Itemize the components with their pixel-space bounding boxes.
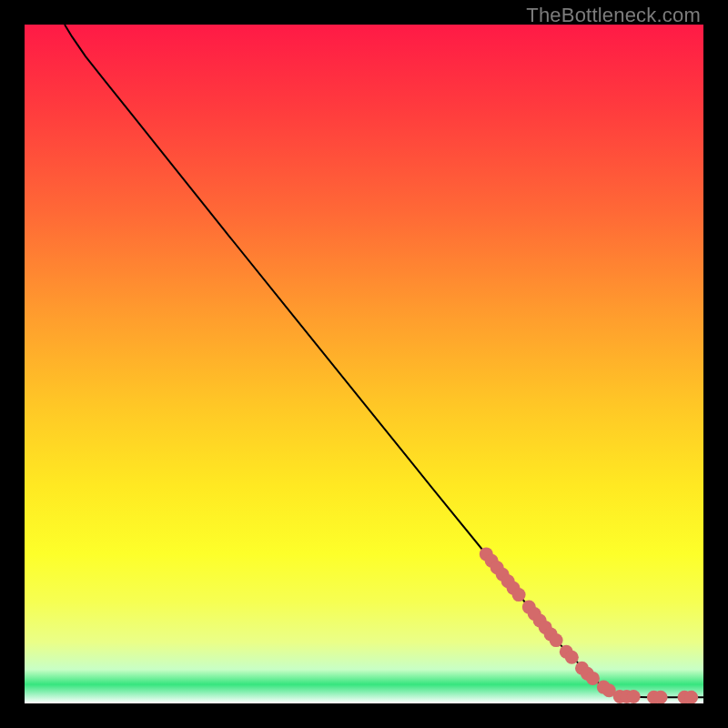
chart-svg [25, 25, 703, 703]
markers-diagonal [480, 547, 616, 697]
markers-bottom [613, 690, 698, 703]
watermark-text: TheBottleneck.com [526, 4, 701, 27]
data-marker [586, 672, 600, 685]
data-marker [512, 588, 526, 602]
plot-area [25, 25, 703, 703]
chart-frame: TheBottleneck.com [0, 0, 728, 728]
data-marker [565, 651, 579, 664]
data-marker [627, 690, 641, 703]
bottleneck-curve [65, 25, 703, 697]
data-marker [550, 633, 563, 647]
